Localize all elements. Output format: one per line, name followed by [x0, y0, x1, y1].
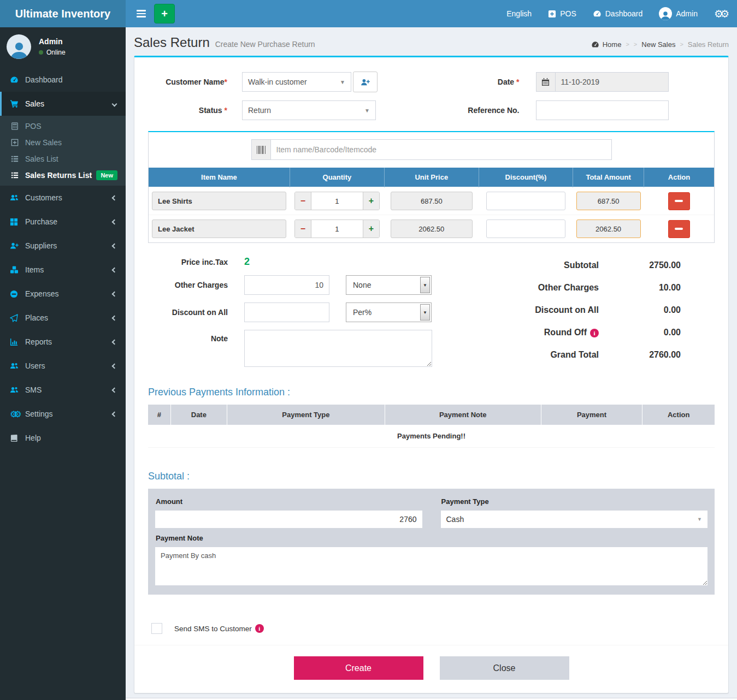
create-button[interactable]: Create: [294, 656, 423, 680]
items-panel: Item Name Quantity Unit Price Discount(%…: [148, 131, 715, 243]
sidebar-item-purchase[interactable]: Purchase: [0, 210, 126, 234]
sidebar-item-suppliers[interactable]: Suppliers: [0, 234, 126, 258]
user-avatar-icon: [659, 7, 672, 20]
item-name-field: Lee Jacket: [152, 220, 286, 238]
pos-link[interactable]: POS: [548, 9, 576, 18]
qty-decrease-button[interactable]: −: [295, 220, 311, 238]
payment-note-textarea[interactable]: Payment By cash: [155, 547, 708, 586]
info-icon[interactable]: i: [255, 624, 264, 633]
sidebar-user-status: Online: [39, 49, 66, 56]
discount-type-select[interactable]: Per% ▼: [346, 302, 432, 322]
col-discount: Discount(%): [479, 168, 573, 187]
sidebar-item-customers[interactable]: Customers: [0, 186, 126, 210]
sidebar-item-sms[interactable]: SMS: [0, 378, 126, 402]
page-subtitle: Create New Purchase Return: [215, 37, 315, 49]
discount-input[interactable]: [486, 220, 565, 238]
breadcrumb: Home > > New Sales > Sales Return: [591, 37, 729, 49]
breadcrumb-new-sales[interactable]: New Sales: [641, 40, 675, 49]
sidebar-toggle-button[interactable]: [130, 0, 152, 27]
table-row: Lee Shirts − + 687.50 687.50: [149, 187, 714, 215]
user-menu[interactable]: Admin: [659, 7, 698, 20]
amount-input[interactable]: [155, 510, 423, 529]
sidebar-item-settings[interactable]: ⚙⚙ Settings: [0, 402, 126, 426]
dashboard-link[interactable]: Dashboard: [593, 9, 643, 18]
sidebar-item-pos[interactable]: POS: [0, 118, 126, 134]
subtotal-value: 2750.00: [599, 260, 681, 270]
col-payment: Payment: [541, 405, 642, 425]
caret-down-icon: ▼: [420, 277, 430, 293]
qty-decrease-button[interactable]: −: [295, 192, 311, 210]
discount-input[interactable]: [486, 192, 565, 210]
qty-increase-button[interactable]: +: [363, 192, 379, 210]
sidebar-item-help[interactable]: Help: [0, 426, 126, 450]
app-logo[interactable]: Ultimate Inventory: [0, 0, 126, 27]
main-footer: Copyright © 2019 All rights reserved. Ul…: [126, 698, 737, 700]
qty-input[interactable]: [311, 220, 363, 238]
grid-icon: [10, 218, 25, 226]
chevron-left-icon: [112, 363, 117, 369]
sidebar-item-sales-returns-list[interactable]: Sales Returns List New: [0, 167, 126, 183]
col-payment-note: Payment Note: [385, 405, 541, 425]
payment-panel: Amount Payment Type Cash ▼ Payment Note …: [148, 489, 715, 595]
avatar: [7, 34, 31, 59]
book-icon: [10, 434, 25, 442]
sidebar-item-expenses[interactable]: Expenses: [0, 282, 126, 306]
charges-form: Price inc.Tax 2 Other Charges None ▼ Dis…: [148, 256, 440, 375]
send-sms-checkbox[interactable]: [151, 623, 162, 634]
users-icon: [10, 193, 25, 202]
item-name-field: Lee Shirts: [152, 192, 286, 210]
reference-label: Reference No.: [449, 106, 520, 115]
item-search-input[interactable]: [271, 139, 612, 160]
breadcrumb-current: Sales Return: [688, 40, 729, 49]
dashboard-icon: [10, 75, 25, 84]
language-menu[interactable]: English: [506, 9, 532, 18]
chevron-left-icon: [112, 219, 117, 224]
discount-on-all-label: Discount on All: [148, 308, 228, 317]
reference-input[interactable]: [536, 100, 669, 120]
sms-row: Send SMS to Customer i: [151, 623, 715, 634]
settings-menu[interactable]: ⚙⚙: [714, 9, 726, 19]
col-item-name: Item Name: [149, 168, 290, 187]
calendar-addon[interactable]: [536, 72, 556, 92]
sidebar-item-users[interactable]: Users: [0, 354, 126, 378]
sidebar-item-sales[interactable]: Sales: [0, 92, 126, 116]
info-icon[interactable]: i: [590, 329, 599, 337]
table-row: Lee Jacket − + 2062.50 2062.50: [149, 215, 714, 243]
discount-on-all-input[interactable]: [244, 302, 329, 322]
breadcrumb-home[interactable]: Home: [591, 40, 622, 49]
remove-item-button[interactable]: [668, 220, 690, 238]
sidebar-item-sales-list[interactable]: Sales List: [0, 151, 126, 167]
grand-total-value: 2760.00: [599, 350, 681, 360]
close-button[interactable]: Close: [440, 656, 569, 680]
status-label: Status *: [148, 106, 227, 115]
discount-total-value: 0.00: [599, 305, 681, 315]
gears-icon: ⚙⚙: [10, 409, 25, 419]
content-wrapper: Sales Return Create New Purchase Return …: [126, 0, 737, 700]
discount-total-label: Discount on All: [535, 305, 599, 315]
date-input[interactable]: [556, 72, 669, 92]
sidebar-item-dashboard[interactable]: Dashboard: [0, 68, 126, 92]
status-select[interactable]: Return ▼: [242, 100, 376, 120]
sidebar-item-items[interactable]: Items: [0, 258, 126, 282]
add-customer-button[interactable]: [353, 72, 378, 92]
payment-type-select[interactable]: Cash ▼: [440, 510, 709, 529]
chevron-left-icon: [112, 267, 117, 272]
calendar-icon: [541, 78, 550, 86]
other-charges-input[interactable]: [244, 275, 329, 295]
col-total: Total Amount: [573, 168, 644, 187]
sidebar-item-new-sales[interactable]: New Sales: [0, 134, 126, 151]
page-title: Sales Return: [134, 35, 210, 50]
quick-add-button[interactable]: +: [154, 4, 175, 23]
customer-select[interactable]: Walk-in customer ▼: [242, 72, 351, 92]
sidebar-item-reports[interactable]: Reports: [0, 330, 126, 354]
qty-increase-button[interactable]: +: [363, 220, 379, 238]
qty-input[interactable]: [311, 192, 363, 210]
other-charges-type-select[interactable]: None ▼: [346, 275, 432, 295]
note-textarea[interactable]: [244, 330, 432, 367]
sidebar-item-places[interactable]: Places: [0, 306, 126, 330]
paper-plane-icon: [10, 314, 25, 322]
note-label: Note: [148, 330, 228, 343]
remove-item-button[interactable]: [668, 192, 690, 210]
payment-note-label: Payment Note: [156, 534, 708, 542]
caret-down-icon: ▼: [420, 304, 430, 321]
